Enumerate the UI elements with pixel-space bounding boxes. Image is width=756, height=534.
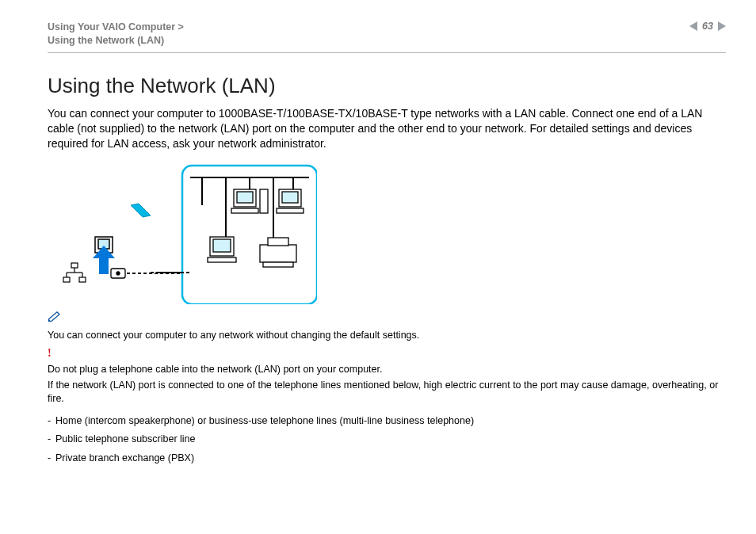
bullet-list: -Home (intercom speakerphone) or busines… xyxy=(48,414,726,466)
warning-block: ! Do not plug a telephone cable into the… xyxy=(48,348,726,406)
list-item: -Home (intercom speakerphone) or busines… xyxy=(48,414,726,429)
svg-rect-17 xyxy=(260,245,296,262)
svg-rect-13 xyxy=(277,208,304,213)
svg-rect-16 xyxy=(208,257,236,262)
page-title: Using the Network (LAN) xyxy=(48,74,726,98)
svg-marker-20 xyxy=(131,204,151,217)
breadcrumb: Using Your VAIO Computer > Using the Net… xyxy=(48,21,184,48)
svg-rect-15 xyxy=(213,239,231,252)
svg-rect-10 xyxy=(260,189,268,213)
list-item-text: Public telephone subscriber line xyxy=(55,433,196,444)
svg-point-31 xyxy=(116,272,120,275)
breadcrumb-line1: Using Your VAIO Computer > xyxy=(48,21,184,34)
page-header: Using Your VAIO Computer > Using the Net… xyxy=(48,21,726,53)
next-page-arrow-icon[interactable] xyxy=(718,21,726,31)
page-number: 63 xyxy=(702,21,713,32)
breadcrumb-line2: Using the Network (LAN) xyxy=(48,34,184,48)
warning-line1: Do not plug a telephone cable into the n… xyxy=(48,363,726,377)
document-page: Using Your VAIO Computer > Using the Net… xyxy=(0,0,756,534)
svg-rect-12 xyxy=(282,192,298,203)
svg-rect-37 xyxy=(63,277,70,282)
svg-rect-28 xyxy=(99,257,109,274)
page-content: Using the Network (LAN) You can connect … xyxy=(48,74,726,465)
warning-exclamation-icon: ! xyxy=(48,348,52,359)
svg-rect-9 xyxy=(231,208,258,213)
svg-line-22 xyxy=(151,205,202,273)
prev-page-arrow-icon[interactable] xyxy=(689,21,697,31)
list-item: -Public telephone subscriber line xyxy=(48,433,726,447)
note-text: You can connect your computer to any net… xyxy=(48,329,726,343)
svg-rect-33 xyxy=(71,263,78,268)
svg-rect-18 xyxy=(268,238,288,246)
warning-line2: If the network (LAN) port is connected t… xyxy=(48,379,726,406)
list-item: -Private branch exchange (PBX) xyxy=(48,452,726,466)
svg-rect-19 xyxy=(263,262,293,267)
list-item-text: Private branch exchange (PBX) xyxy=(55,452,194,463)
lan-diagram xyxy=(55,162,317,304)
svg-rect-8 xyxy=(237,192,253,203)
note-block: You can connect your computer to any net… xyxy=(48,311,726,343)
intro-paragraph: You can connect your computer to 1000BAS… xyxy=(48,106,726,152)
note-pencil-icon xyxy=(48,311,62,326)
page-nav: 63 xyxy=(689,21,726,32)
list-item-text: Home (intercom speakerphone) or business… xyxy=(55,415,474,426)
svg-rect-39 xyxy=(79,277,86,282)
